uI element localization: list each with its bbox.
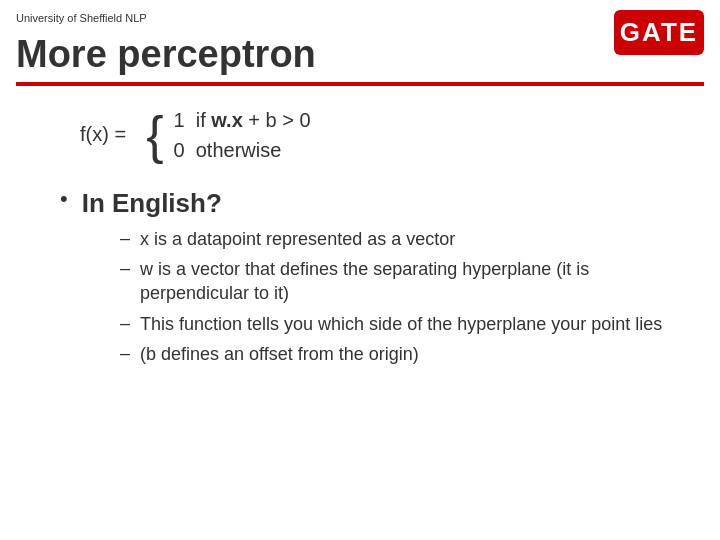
- dash-icon-1: –: [120, 228, 130, 249]
- formula-label: f(x) =: [80, 123, 126, 146]
- sub-bullet-text-3: This function tells you which side of th…: [140, 312, 662, 336]
- page-title: More perceptron: [16, 34, 704, 76]
- dash-icon-4: –: [120, 343, 130, 364]
- gate-logo: GATE: [614, 10, 704, 55]
- sub-bullet-text-2: w is a vector that defines the separatin…: [140, 257, 690, 306]
- bullet-item: • In English?: [60, 188, 690, 219]
- dash-icon-3: –: [120, 313, 130, 334]
- header-bar: University of Sheffield NLP: [0, 0, 720, 30]
- formula-case-1: 1 if w.x + b > 0: [174, 106, 311, 134]
- content-area: f(x) = { 1 if w.x + b > 0 0 otherwise • …: [0, 86, 720, 382]
- brace-icon: {: [146, 109, 163, 161]
- gate-logo-text: GATE: [620, 17, 698, 48]
- sub-bullets-list: – x is a datapoint represented as a vect…: [60, 227, 690, 366]
- bullet-label: In English?: [82, 188, 222, 219]
- formula-row: f(x) = { 1 if w.x + b > 0 0 otherwise: [30, 106, 690, 164]
- list-item: – x is a datapoint represented as a vect…: [120, 227, 690, 251]
- formula-case2-text: 0: [174, 139, 196, 161]
- formula-case-2: 0 otherwise: [174, 136, 311, 164]
- list-item: – w is a vector that defines the separat…: [120, 257, 690, 306]
- list-item: – (b defines an offset from the origin): [120, 342, 690, 366]
- sub-bullet-text-4: (b defines an offset from the origin): [140, 342, 419, 366]
- formula-otherwise: otherwise: [196, 139, 282, 161]
- university-name: University of Sheffield NLP: [16, 12, 147, 24]
- bullet-section: • In English? – x is a datapoint represe…: [30, 188, 690, 366]
- title-section: More perceptron: [0, 30, 720, 82]
- dash-icon-2: –: [120, 258, 130, 279]
- formula-case1-prefix: 1 if: [174, 109, 212, 131]
- list-item: – This function tells you which side of …: [120, 312, 690, 336]
- sub-bullet-text-1: x is a datapoint represented as a vector: [140, 227, 455, 251]
- formula-case1-suffix: + b > 0: [243, 109, 311, 131]
- formula-bold-wx: w.x: [211, 109, 243, 131]
- formula-cases: 1 if w.x + b > 0 0 otherwise: [174, 106, 311, 164]
- bullet-dot-icon: •: [60, 186, 68, 212]
